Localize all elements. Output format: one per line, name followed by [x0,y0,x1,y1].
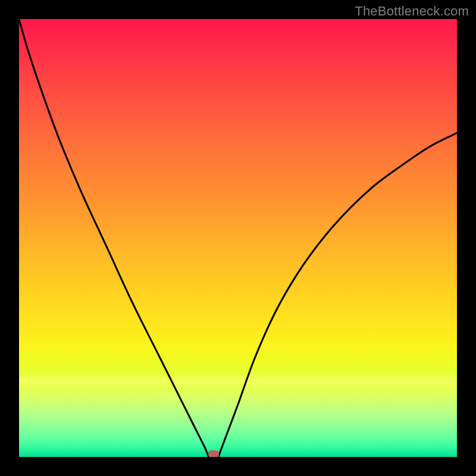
curve-right-branch [218,133,457,457]
plot-area [19,19,457,457]
minimum-marker [208,450,219,457]
bottleneck-curve [19,19,457,457]
chart-outer-frame: TheBottleneck.com [0,0,476,476]
curve-left-branch [19,19,209,457]
watermark-label: TheBottleneck.com [355,4,469,19]
